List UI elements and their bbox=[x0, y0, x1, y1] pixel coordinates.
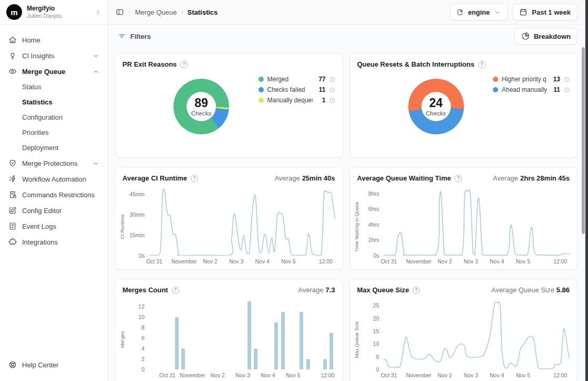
y-tick: 6hrs bbox=[368, 206, 379, 212]
x-tick: 12:00 bbox=[553, 258, 567, 264]
x-tick: Nov 4 bbox=[261, 372, 275, 378]
app-window: m Mergifyio Julien Danjou HomeCI Insight… bbox=[0, 0, 588, 381]
help-icon[interactable]: ? bbox=[478, 61, 486, 68]
bar[interactable] bbox=[274, 322, 278, 369]
merge-queue-icon bbox=[8, 67, 17, 76]
filters-button[interactable]: Filters bbox=[112, 28, 156, 45]
y-tick: 30min bbox=[129, 211, 145, 218]
sidebar-item-help-center[interactable]: Help Center bbox=[4, 357, 104, 373]
sidebar-item-home[interactable]: Home bbox=[4, 32, 104, 48]
bar[interactable] bbox=[329, 333, 333, 369]
breadcrumb-separator-icon: › bbox=[181, 8, 183, 16]
x-tick: Oct 31 bbox=[381, 258, 397, 264]
legend-value: 11 bbox=[551, 86, 560, 93]
clock-icon bbox=[329, 77, 335, 82]
sidebar-item-priorities[interactable]: Priorities bbox=[4, 125, 104, 140]
sidebar-item-workflow-automation[interactable]: Workflow Automation bbox=[4, 171, 104, 187]
average-label: Average bbox=[274, 174, 300, 182]
legend-value: 1 bbox=[316, 97, 326, 104]
bar[interactable] bbox=[323, 359, 327, 369]
workspace-switcher[interactable]: m Mergifyio Julien Danjou bbox=[0, 0, 108, 25]
breadcrumb-statistics: Statistics bbox=[188, 8, 218, 16]
legend-item-merged[interactable]: Merged77 bbox=[259, 76, 335, 83]
max-queue-size-chart[interactable] bbox=[384, 299, 570, 369]
sidebar-item-config-editor[interactable]: Config Editor bbox=[4, 203, 104, 218]
queue-waiting-chart[interactable] bbox=[384, 187, 570, 256]
card-pr-exit-reasons: PR Exit Reasons ? 89 Checks Merged77Chec… bbox=[115, 53, 343, 158]
bulb-icon bbox=[8, 51, 17, 60]
clock-icon bbox=[329, 87, 335, 93]
legend-item-checks-failed[interactable]: Checks failed11 bbox=[259, 86, 335, 93]
legend-label: Checks failed bbox=[267, 86, 313, 93]
bar[interactable] bbox=[300, 312, 303, 369]
sidebar-item-ci-insights[interactable]: CI Insights bbox=[4, 48, 104, 64]
sidebar-item-integrations[interactable]: Integrations bbox=[4, 234, 104, 250]
legend-item-ahead-manually[interactable]: Ahead manually ...11 bbox=[493, 86, 570, 93]
card-max-queue-size: Max Queue Size ? Average Queue Size5.86 … bbox=[349, 279, 578, 381]
help-icon[interactable]: ? bbox=[412, 287, 420, 294]
sidebar-item-commands-restrictions[interactable]: Commands Restrictions bbox=[4, 187, 104, 203]
ci-runtime-chart[interactable] bbox=[149, 187, 335, 256]
x-tick: Nov 2 bbox=[210, 372, 224, 378]
y-axis: 0s15min30min45min bbox=[127, 187, 149, 256]
x-tick: November bbox=[180, 372, 205, 378]
repo-select-button[interactable]: engine bbox=[450, 4, 508, 20]
merges-count-chart[interactable] bbox=[149, 299, 335, 369]
y-tick: 10 bbox=[138, 314, 145, 320]
sidebar-item-deployment[interactable]: Deployment bbox=[4, 140, 104, 155]
lifebuoy-icon bbox=[8, 361, 17, 369]
sidebar-toggle-icon[interactable] bbox=[116, 8, 124, 16]
breakdown-button[interactable]: Breakdown bbox=[514, 28, 577, 45]
bar[interactable] bbox=[254, 348, 257, 369]
bar[interactable] bbox=[306, 359, 310, 369]
bar[interactable] bbox=[175, 317, 179, 369]
legend-dot bbox=[493, 87, 498, 92]
y-axis-label: Merges bbox=[119, 331, 125, 348]
event-logs-icon bbox=[8, 222, 17, 230]
sidebar-item-status[interactable]: Status bbox=[4, 79, 104, 94]
help-icon[interactable]: ? bbox=[455, 175, 462, 182]
bar[interactable] bbox=[181, 348, 185, 369]
bar[interactable] bbox=[281, 312, 285, 369]
workspace-avatar: m bbox=[6, 4, 22, 20]
card-title: Merges Count bbox=[122, 286, 168, 294]
home-icon bbox=[8, 36, 17, 44]
legend-item-higher-priority-q[interactable]: Higher priority q...13 bbox=[493, 76, 570, 83]
chevron-down-icon bbox=[92, 52, 99, 59]
sidebar-item-merge-protections[interactable]: Merge Protections bbox=[4, 155, 104, 171]
bar[interactable] bbox=[247, 301, 251, 369]
queue-resets-donut[interactable]: 24 Checks bbox=[408, 79, 464, 134]
y-tick: 4hrs bbox=[368, 221, 379, 228]
help-icon[interactable]: ? bbox=[172, 287, 179, 294]
card-average-queue-waiting-time: Average Queue Waiting Time ? Average2hrs… bbox=[349, 167, 578, 270]
date-range-label: Past 1 week bbox=[532, 8, 571, 16]
x-tick: November bbox=[171, 258, 197, 264]
help-icon[interactable]: ? bbox=[180, 61, 188, 68]
y-axis-label: Max Queue Size bbox=[354, 321, 359, 358]
y-tick: 25 bbox=[373, 302, 379, 309]
sidebar-item-statistics[interactable]: Statistics bbox=[4, 94, 104, 110]
y-tick: 0s bbox=[373, 252, 379, 259]
pr-exit-reasons-donut[interactable]: 89 Checks bbox=[173, 79, 229, 134]
x-axis: Oct 31NovemberNov 2Nov 3Nov 4Nov 512:00 bbox=[149, 369, 335, 380]
help-icon[interactable]: ? bbox=[191, 175, 198, 182]
integrations-icon bbox=[8, 238, 17, 246]
card-title: Average Queue Waiting Time bbox=[357, 174, 451, 182]
average-label: Average Queue Size bbox=[491, 286, 554, 294]
sidebar-item-merge-queue[interactable]: Merge Queue bbox=[4, 64, 104, 79]
shield-check-icon bbox=[8, 159, 17, 167]
scrollbar-thumb[interactable] bbox=[582, 47, 585, 234]
breadcrumb-merge-queue[interactable]: Merge Queue bbox=[135, 8, 177, 16]
main-area: Merge Queue › Statistics engine Past 1 w… bbox=[108, 0, 588, 381]
breadcrumb: Merge Queue › Statistics bbox=[135, 8, 218, 16]
x-tick: 12:00 bbox=[553, 372, 567, 378]
sidebar-item-configuration[interactable]: Configuration bbox=[4, 110, 104, 125]
scrollbar[interactable] bbox=[582, 47, 585, 381]
sidebar-item-event-logs[interactable]: Event Logs bbox=[4, 218, 104, 234]
average-label: Average bbox=[298, 286, 323, 294]
date-range-button[interactable]: Past 1 week bbox=[512, 4, 577, 20]
x-axis: Oct 31NovemberNov 2Nov 3Nov 4Nov 512:00 bbox=[149, 256, 335, 266]
calendar-icon bbox=[519, 8, 528, 16]
legend-item-manually-dequeued[interactable]: Manually dequeued1 bbox=[259, 97, 335, 104]
repo-select-label: engine bbox=[468, 8, 490, 16]
